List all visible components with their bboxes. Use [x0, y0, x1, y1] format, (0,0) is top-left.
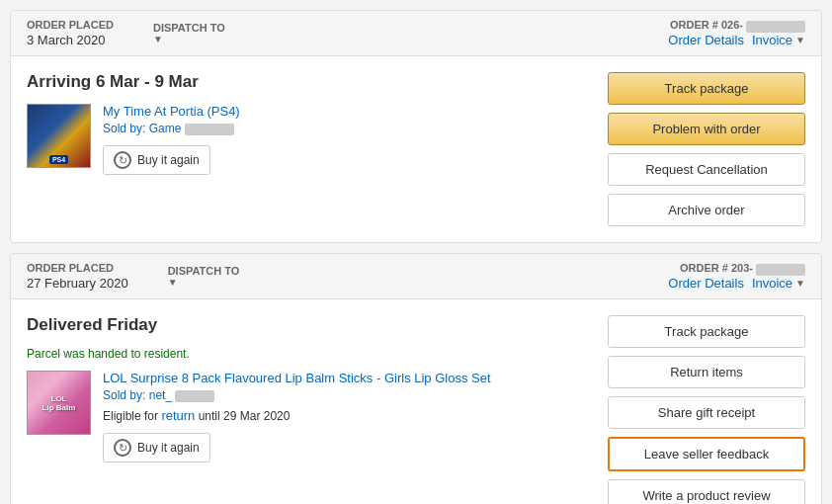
item-image-1[interactable]: PS4	[27, 104, 91, 168]
item-sold-by-2: Sold by: net_	[103, 388, 592, 402]
item-eligible-2: Eligible for return until 29 Mar 2020	[103, 408, 592, 423]
order-number-label-1: ORDER # 026-	[670, 19, 805, 32]
return-items-button-2[interactable]: Return items	[608, 356, 805, 388]
seller-link-1[interactable]: Game	[149, 122, 182, 135]
order-placed-value-1: 3 March 2020	[27, 33, 114, 47]
order-header-1: ORDER PLACED 3 March 2020 DISPATCH TO ▼ …	[11, 11, 821, 56]
order-actions-2: Track package Return items Share gift re…	[608, 315, 805, 504]
item-row-1: PS4 My Time At Portia (PS4) Sold by: Gam…	[27, 104, 592, 175]
order-header-right-1: ORDER # 026- Order Details Invoice ▼	[668, 19, 805, 46]
buy-again-button-2[interactable]: ↻ Buy it again	[103, 433, 210, 462]
dispatch-toggle-2[interactable]: ▼	[168, 277, 178, 288]
order-placed-label-1: ORDER PLACED	[27, 19, 114, 31]
refresh-icon-2: ↻	[114, 439, 131, 457]
order-placed-label-2: ORDER PLACED	[27, 262, 128, 274]
order-body-1: Arriving 6 Mar - 9 Mar PS4 My Time At Po…	[11, 56, 821, 242]
item-sold-by-1: Sold by: Game	[103, 122, 592, 135]
item-title-1[interactable]: My Time At Portia (PS4)	[103, 104, 592, 119]
order-number-label-2: ORDER # 203-	[680, 262, 805, 275]
invoice-chevron-icon-2: ▼	[795, 278, 805, 289]
seller-redacted-1	[185, 124, 234, 135]
problem-with-order-button-1[interactable]: Problem with order	[608, 113, 805, 145]
track-package-button-2[interactable]: Track package	[608, 315, 805, 348]
delivery-sub-2: Parcel was handed to resident.	[27, 347, 592, 361]
invoice-dropdown-1[interactable]: Invoice ▼	[752, 33, 805, 47]
dispatch-section-1: DISPATCH TO ▼	[153, 22, 225, 44]
refresh-icon-1: ↻	[114, 151, 131, 169]
order-actions-1: Track package Problem with order Request…	[608, 72, 805, 226]
item-row-2: LOLLip Balm LOL Surprise 8 Pack Flavoure…	[27, 371, 592, 462]
chevron-down-icon-2: ▼	[168, 277, 178, 288]
order-placed-section-2: ORDER PLACED 27 February 2020	[27, 262, 128, 291]
lol-label: LOLLip Balm	[42, 394, 76, 412]
order-number-section-2: ORDER # 203- Order Details Invoice ▼	[668, 262, 805, 290]
invoice-chevron-icon-1: ▼	[795, 35, 805, 45]
order-card-2: ORDER PLACED 27 February 2020 DISPATCH T…	[10, 253, 822, 504]
leave-seller-feedback-button-2[interactable]: Leave seller feedback	[608, 437, 805, 471]
item-image-2[interactable]: LOLLip Balm	[27, 371, 91, 435]
write-product-review-button-2[interactable]: Write a product review	[608, 479, 805, 504]
order-placed-value-2: 27 February 2020	[27, 276, 128, 291]
order-items-1: Arriving 6 Mar - 9 Mar PS4 My Time At Po…	[27, 72, 592, 226]
order-header-2: ORDER PLACED 27 February 2020 DISPATCH T…	[11, 254, 821, 299]
return-link-2[interactable]: return	[161, 408, 195, 423]
dispatch-section-2: DISPATCH TO ▼	[168, 265, 240, 288]
item-details-2: LOL Surprise 8 Pack Flavoured Lip Balm S…	[103, 371, 592, 462]
order-number-section-1: ORDER # 026- Order Details Invoice ▼	[668, 19, 805, 46]
item-details-1: My Time At Portia (PS4) Sold by: Game ↻ …	[103, 104, 592, 175]
chevron-down-icon-1: ▼	[153, 34, 163, 44]
dispatch-label-2: DISPATCH TO	[168, 265, 240, 277]
dispatch-label-1: DISPATCH TO	[153, 22, 225, 34]
track-package-button-1[interactable]: Track package	[608, 72, 805, 105]
arrival-heading-1: Arriving 6 Mar - 9 Mar	[27, 72, 592, 92]
ps4-label: PS4	[49, 155, 68, 164]
order-body-2: Delivered Friday Parcel was handed to re…	[11, 299, 821, 504]
order-placed-section-1: ORDER PLACED 3 March 2020	[27, 19, 114, 47]
buy-again-button-1[interactable]: ↻ Buy it again	[103, 145, 210, 175]
dispatch-toggle-1[interactable]: ▼	[153, 34, 163, 44]
share-gift-receipt-button-2[interactable]: Share gift receipt	[608, 396, 805, 429]
order-header-right-2: ORDER # 203- Order Details Invoice ▼	[668, 262, 805, 290]
order-number-redacted-2	[756, 264, 805, 276]
item-title-2[interactable]: LOL Surprise 8 Pack Flavoured Lip Balm S…	[103, 371, 592, 385]
order-details-link-2[interactable]: Order Details	[668, 276, 744, 291]
order-number-redacted-1	[746, 21, 805, 33]
order-card-1: ORDER PLACED 3 March 2020 DISPATCH TO ▼ …	[10, 10, 822, 243]
order-details-link-1[interactable]: Order Details	[668, 33, 744, 47]
delivery-heading-2: Delivered Friday	[27, 315, 592, 335]
seller-redacted-2	[175, 390, 214, 402]
archive-order-button-1[interactable]: Archive order	[608, 194, 805, 226]
request-cancellation-button-1[interactable]: Request Cancellation	[608, 153, 805, 186]
order-items-2: Delivered Friday Parcel was handed to re…	[27, 315, 592, 504]
seller-link-2[interactable]: net_	[149, 388, 172, 402]
invoice-dropdown-2[interactable]: Invoice ▼	[752, 276, 805, 291]
